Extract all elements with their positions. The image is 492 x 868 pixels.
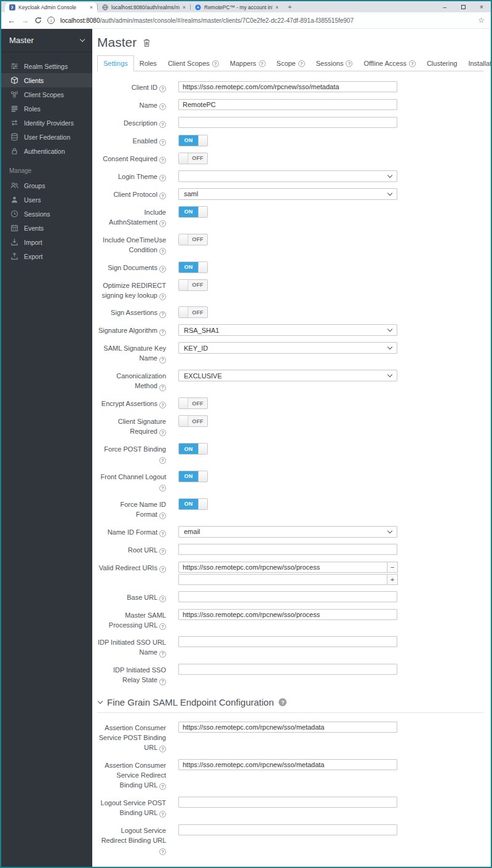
sidebar-item-users[interactable]: Users: [1, 193, 92, 207]
sidebar-item-groups[interactable]: Groups: [1, 178, 92, 193]
help-icon: ?: [159, 220, 166, 227]
chevron-down-icon: [387, 528, 392, 533]
help-icon: ?: [159, 121, 166, 128]
tab-clustering[interactable]: Clustering: [421, 56, 463, 71]
logout-service-post-binding-url-input[interactable]: [178, 797, 397, 808]
browser-tab-remotepc[interactable]: RemotePC™ - my account infor ×: [191, 2, 283, 12]
help-icon: ?: [159, 485, 166, 492]
sidebar-item-authentication[interactable]: Authentication: [1, 144, 92, 158]
minimize-icon[interactable]: –: [435, 4, 454, 10]
tab-title: RemotePC™ - my account infor: [204, 4, 272, 10]
section-advanced-settings[interactable]: Advanced Settings ?: [97, 866, 483, 867]
sidebar-item-label: Sessions: [24, 210, 50, 218]
tab-roles[interactable]: Roles: [134, 56, 162, 71]
help-icon: ?: [159, 266, 166, 273]
sidebar-item-sessions[interactable]: Sessions: [1, 207, 92, 221]
saml-signature-key-name-select[interactable]: KEY_ID: [178, 342, 397, 354]
address-bar[interactable]: localhost:8080/auth/admin/master/console…: [60, 17, 472, 24]
tab-scope[interactable]: Scope?: [271, 56, 311, 71]
help-icon: ?: [159, 848, 166, 855]
sign-documents-toggle[interactable]: ON: [178, 261, 208, 273]
help-icon: ?: [159, 193, 166, 199]
acs-post-binding-url-input[interactable]: [178, 722, 397, 733]
toggle-knob: [198, 135, 207, 146]
optimize-redirect-toggle[interactable]: OFF: [178, 279, 208, 291]
sidebar-item-client-scopes[interactable]: Client Scopes: [1, 87, 92, 102]
form-row: Assertion Consumer Service Redirect Bind…: [97, 759, 483, 790]
new-redirect-uri-input[interactable]: [178, 574, 387, 585]
force-name-id-format-toggle[interactable]: ON: [178, 498, 208, 510]
tab-sessions[interactable]: Sessions?: [311, 56, 359, 71]
front-channel-logout-toggle[interactable]: ON: [178, 471, 208, 482]
close-tab-icon[interactable]: ×: [276, 4, 279, 10]
browser-tab-keycloak[interactable]: Keycloak Admin Console ×: [5, 2, 97, 12]
enabled-toggle[interactable]: ON: [178, 135, 208, 146]
form-row: Enabled ? ON: [97, 135, 483, 146]
include-onetimeuse-toggle[interactable]: OFF: [178, 234, 208, 245]
base-url-input[interactable]: [178, 591, 397, 602]
encrypt-assertions-toggle[interactable]: OFF: [178, 397, 208, 409]
field-label: Include AuthnStatement: [109, 209, 166, 226]
client-signature-required-toggle[interactable]: OFF: [178, 415, 208, 427]
tab-offline-access[interactable]: Offline Access?: [358, 56, 421, 71]
form-row: Logout Service POST Binding URL ?: [97, 797, 483, 818]
include-authnstatement-toggle[interactable]: ON: [178, 206, 208, 218]
sidebar-item-clients[interactable]: Clients: [1, 73, 92, 87]
help-icon: ?: [159, 402, 166, 408]
canonicalization-method-select[interactable]: EXCLUSIVE: [178, 370, 397, 381]
section-fine-grain-saml[interactable]: Fine Grain SAML Endpoint Configuration ?: [97, 695, 483, 713]
sign-assertions-toggle[interactable]: OFF: [178, 306, 208, 318]
root-url-input[interactable]: [178, 544, 397, 555]
signature-algorithm-select[interactable]: RSA_SHA1: [178, 324, 397, 336]
sidebar-item-export[interactable]: Export: [1, 249, 92, 263]
close-icon[interactable]: ×: [472, 4, 491, 10]
sidebar-item-realm-settings[interactable]: Realm Settings: [1, 59, 92, 73]
help-icon: ?: [159, 512, 166, 519]
login-theme-select[interactable]: [178, 170, 397, 182]
close-tab-icon[interactable]: ×: [90, 4, 93, 10]
sidebar-item-label: Authentication: [24, 148, 65, 155]
force-post-binding-toggle[interactable]: ON: [178, 443, 208, 455]
tab-settings[interactable]: Settings: [97, 55, 134, 71]
redirect-uri-input[interactable]: [178, 562, 387, 573]
reload-icon[interactable]: [34, 17, 42, 24]
sidebar-item-import[interactable]: Import: [1, 235, 92, 249]
idp-initiated-sso-url-name-input[interactable]: [178, 636, 397, 647]
form-row: Logout Service Redirect Binding URL ?: [97, 824, 483, 856]
tab-mappers[interactable]: Mappers?: [224, 56, 271, 71]
remove-uri-button[interactable]: −: [387, 562, 398, 573]
realm-selector[interactable]: Master: [1, 29, 92, 52]
name-input[interactable]: [178, 99, 397, 110]
help-icon: ?: [298, 60, 305, 67]
help-icon: ?: [159, 329, 166, 336]
bookmark-star-icon[interactable]: ☆: [478, 16, 485, 25]
client-protocol-select[interactable]: saml: [178, 188, 397, 200]
name-id-format-select[interactable]: email: [178, 526, 397, 538]
back-icon[interactable]: ←: [7, 16, 15, 25]
client-id-input[interactable]: [178, 81, 397, 92]
export-icon: [10, 252, 18, 260]
browser-tab-localhost[interactable]: localhost:8080/auth/realms/mast ×: [98, 2, 190, 12]
restore-icon[interactable]: [454, 4, 472, 10]
sidebar-item-user-federation[interactable]: User Federation: [1, 130, 92, 144]
sidebar-item-identity-providers[interactable]: Identity Providers: [1, 116, 92, 130]
logout-service-redirect-binding-url-input[interactable]: [178, 824, 397, 835]
add-uri-button[interactable]: +: [387, 574, 398, 585]
url-host: localhost:8080: [60, 17, 100, 24]
keycloak-favicon-icon: [9, 4, 15, 10]
consent-required-toggle[interactable]: OFF: [178, 153, 208, 164]
idp-initiated-sso-relay-state-input[interactable]: [178, 664, 397, 675]
tab-installation[interactable]: Installation?: [462, 56, 491, 71]
site-info-icon[interactable]: i: [47, 17, 55, 24]
new-tab-button[interactable]: +: [283, 3, 296, 10]
close-tab-icon[interactable]: ×: [183, 4, 186, 10]
description-input[interactable]: [178, 117, 397, 128]
master-saml-processing-url-input[interactable]: [178, 609, 397, 620]
sidebar-item-roles[interactable]: Roles: [1, 102, 92, 116]
delete-client-button[interactable]: [143, 38, 151, 47]
page-title: Master: [97, 35, 137, 50]
sidebar-item-events[interactable]: Events: [1, 221, 92, 235]
tab-client-scopes[interactable]: Client Scopes?: [162, 56, 224, 71]
forward-icon[interactable]: →: [21, 16, 29, 25]
acs-redirect-binding-url-input[interactable]: [178, 759, 397, 770]
